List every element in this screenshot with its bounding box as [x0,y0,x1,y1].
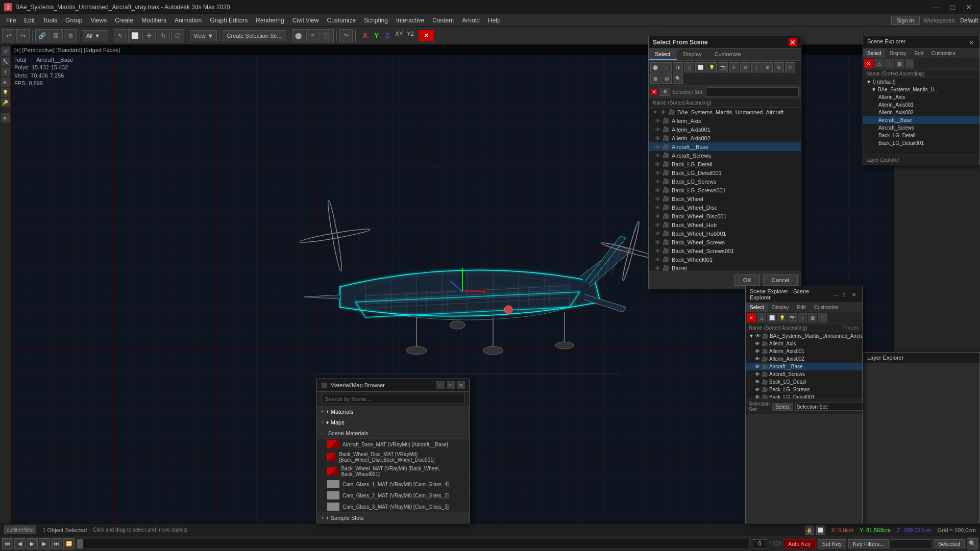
se2-item-back-lg[interactable]: Back_LG_Detail [863,132,979,139]
mb-materials-section[interactable]: + + Materials [317,407,469,417]
se-geo-btn[interactable]: △ [757,313,766,322]
sfs-sort-btn[interactable]: ↕ [751,62,762,72]
next-key-btn[interactable]: ▶ [39,538,50,549]
se2-clear-btn[interactable]: ✕ [864,59,873,68]
menu-help[interactable]: Help [484,16,505,25]
se2-display-btn[interactable]: ▦ [895,59,904,68]
sfs-item-allerin002[interactable]: 👁🎥 Allerin_Axis002 [649,134,801,142]
view-dropdown[interactable]: View ▼ [190,30,217,41]
select-region-button[interactable]: ⬜ [128,29,141,42]
mb-mat-aircraft-base[interactable]: Aircraft_Base_MAT (VRayMtl) [Aircraft__B… [317,439,469,450]
prev-frame-btn[interactable]: ⏮ [2,538,13,549]
se-maximize[interactable]: □ [841,290,849,298]
menu-customize[interactable]: Customize [323,16,360,25]
sfs-clear-filter-btn[interactable]: ✕ [651,89,657,95]
sidebar-utilities[interactable]: 🔑 [1,98,10,107]
outliner-nest-btn[interactable]: outlinerNest [4,525,36,534]
sfs-item-barrel[interactable]: 👁🎥 Barrel [649,264,801,271]
close-button[interactable]: ✕ [962,0,976,14]
menu-create[interactable]: Create [111,16,137,25]
se-shapes-btn[interactable]: ⬜ [767,313,776,322]
key-filters-button[interactable]: Key Filters... [848,539,889,548]
loop-btn[interactable]: 🔁 [63,538,75,549]
sfs-root-item[interactable]: ▼ 👁 🎥 BAe_Systems_Mantis_Unmanned_Aircra… [649,108,801,116]
menu-tools[interactable]: Tools [39,16,61,25]
maximize-button[interactable]: □ [945,0,960,14]
sfs-collapse-btn[interactable]: ⊖ [774,62,784,72]
sfs-item-back-wheel-hub001[interactable]: 👁🎥 Back_Wheel_Hub001 [649,229,801,238]
sidebar-hierarchy[interactable]: ⬆ [1,67,10,77]
mb-maximize[interactable]: □ [447,381,455,389]
sfs-tab-customize[interactable]: Customize [708,49,748,60]
sfs-ok-button[interactable]: OK [734,274,760,286]
selected-name-input[interactable] [891,539,932,548]
sfs-display2-btn[interactable]: ▤ [662,73,672,84]
unlink-button[interactable]: ⛓ [50,29,63,42]
sfs-geo-btn[interactable]: △ [684,62,694,72]
se2-root-item[interactable]: ▼ 0 (default) [863,78,979,86]
se2-geo-btn[interactable]: △ [874,59,884,68]
sfs-item-back-lg-screws001[interactable]: 👁🎥 Back_LG_Screws001 [649,186,801,194]
se-root-item[interactable]: ▼ 👁🎥 BAe_Systems_Mantis_Unmanned_Aircraf… [746,332,862,340]
sfs-item-back-wheel-screws[interactable]: 👁🎥 Back_Wheel_Screws [649,238,801,246]
menu-scripting[interactable]: Scripting [360,16,392,25]
menu-arnold[interactable]: Arnold [458,16,484,25]
se-object-list[interactable]: ▼ 👁🎥 BAe_Systems_Mantis_Unmanned_Aircraf… [746,332,862,398]
scale-button[interactable]: ⬡ [171,29,184,42]
menu-modifiers[interactable]: Modifiers [137,16,170,25]
search-btn[interactable]: 🔍 [967,538,978,549]
sfs-lights-btn[interactable]: 💡 [706,62,717,72]
mb-mat-cam-glass3[interactable]: Cam_Glass_3_MAT (VRayMtl) [Cam_Glass_3] [317,501,469,512]
layer-button[interactable]: ⬛ [321,29,334,42]
set-key-button[interactable]: Set Key [818,539,847,548]
sfs-filter-btn[interactable]: ⚙ [740,62,750,72]
se-cameras-btn[interactable]: 📷 [788,313,797,322]
timeline-track[interactable] [77,539,750,549]
mb-search-input[interactable] [321,394,465,404]
se-minimize[interactable]: — [831,290,840,298]
menu-civil-view[interactable]: Civil View [288,16,323,25]
menu-animation[interactable]: Animation [170,16,206,25]
sidebar-open[interactable]: ▶ [1,113,10,122]
sfs-item-back-lg001[interactable]: 👁🎥 Back_LG_Detail001 [649,168,801,177]
mb-mat-cam-glass2[interactable]: Cam_Glass_2_MAT (VRayMtl) [Cam_Glass_2] [317,490,469,501]
se-tab-customize[interactable]: Customize [810,303,842,312]
se2-close[interactable]: ✕ [967,38,975,46]
se2-tab-edit[interactable]: Edit [911,49,927,58]
se2-sort-btn[interactable]: ↕ [885,59,894,68]
sfs-item-aircraft-screws[interactable]: 👁🎥 Aircraft_Screws [649,151,801,160]
sfs-item-back-wheel-hub[interactable]: 👁🎥 Back_Wheel_Hub [649,220,801,229]
se-item-back-lg-screws-se[interactable]: 👁🎥 Back_LG_Screws [746,386,862,393]
menu-views[interactable]: Views [86,16,111,25]
sfs-item-aircraft-base[interactable]: 👁🎥 Aircraft__Base [649,142,801,151]
sfs-cancel-button[interactable]: Cancel [763,274,798,286]
sfs-item-back-wheel[interactable]: 👁🎥 Back_Wheel [649,194,801,203]
mb-scene-mats-section[interactable]: - - Scene Materials [317,428,469,439]
sfs-close-button[interactable]: ✕ [789,38,797,46]
se-select-btn[interactable]: Select [772,403,793,411]
sfs-invert-btn[interactable]: ◑ [673,62,683,72]
se-item-aircraft-base[interactable]: 👁🎥 Aircraft__Base [746,363,862,370]
se2-tab-customize[interactable]: Customize [927,49,960,58]
undo-button[interactable]: ↩ [2,29,15,42]
menu-edit[interactable]: Edit [20,16,39,25]
sfs-item-allerin001[interactable]: 👁🎥 Allerin_Axis001 [649,125,801,134]
se-item-allerin001[interactable]: 👁🎥 Allerin_Axis001 [746,347,862,355]
sidebar-modify[interactable]: 🔧 [1,57,10,66]
workspaces-value[interactable]: Default [960,17,978,23]
sfs-cameras-btn[interactable]: 📷 [718,62,728,72]
se-item-allerin[interactable]: 👁🎥 Allerin_Axis [746,340,862,347]
se-item-back-lg-detail001[interactable]: 👁🎥 Back_LG_Detail001 [746,393,862,398]
sfs-find-btn[interactable]: 🔍 [673,73,683,84]
menu-interactive[interactable]: Interactive [392,16,428,25]
mb-sample-slots[interactable]: + + Sample Slots [317,512,469,523]
squid-x-button[interactable]: ✕ [419,30,434,41]
rotate-button[interactable]: ↻ [157,29,170,42]
signin-button[interactable]: Sign In [891,16,920,25]
sidebar-create[interactable]: ⚙ [1,47,10,56]
sfs-shapes-btn[interactable]: ⬜ [695,62,705,72]
link-button[interactable]: 🔗 [35,29,48,42]
se-close[interactable]: ✕ [850,290,858,298]
sfs-item-back-wheel001[interactable]: 👁🎥 Back_Wheel001 [649,255,801,264]
se-item-allerin002[interactable]: 👁🎥 Allerin_Axis002 [746,355,862,363]
